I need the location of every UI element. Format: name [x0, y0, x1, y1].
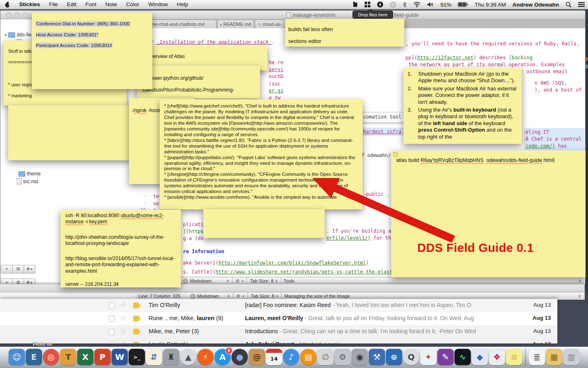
menu-clock[interactable]: Thu 9:39 AM — [471, 0, 509, 9]
tab-cloud-as[interactable]: ✕ cloud-as- — [255, 20, 285, 29]
sidebar-item-theme[interactable]: theme — [18, 171, 40, 177]
maps-documents-icon[interactable]: ✦ — [420, 349, 437, 365]
gutter-dot: · — [143, 193, 146, 199]
ibooks-icon[interactable]: ▤ — [300, 349, 316, 365]
virtualbox-icon[interactable]: ◆ — [472, 349, 488, 365]
mail-row[interactable]: ☆ Mike, me, Peter (3) Introductions - Gr… — [0, 325, 557, 339]
spotlight-icon[interactable] — [562, 0, 575, 9]
add-file-button[interactable]: + — [1, 265, 13, 274]
menu-window[interactable]: Window — [144, 0, 172, 9]
movie-projector-icon[interactable]: ◉ — [352, 349, 368, 365]
flash-status-icon[interactable] — [374, 0, 387, 9]
language-selector[interactable]: Markdown — [180, 278, 214, 284]
quicktime-icon[interactable]: Q — [403, 349, 419, 365]
wifi-icon[interactable] — [410, 0, 424, 9]
app-store-icon[interactable]: A9 — [214, 349, 231, 365]
volume-icon[interactable] — [424, 0, 437, 9]
sidebar-item-toc[interactable]: toc.md — [17, 178, 38, 184]
close-tab-icon[interactable]: ✕ — [258, 22, 261, 27]
menu-note[interactable]: Note — [101, 0, 122, 9]
menu-help[interactable]: Help — [172, 0, 193, 9]
spaces-grid-icon[interactable] — [361, 0, 374, 9]
menu-bar: Stickies File Edit Font Note Color Windo… — [0, 0, 588, 9]
lightning-icon[interactable]: ⚡ — [197, 349, 214, 365]
terminal-icon[interactable]: >_ — [129, 349, 145, 365]
star-icon[interactable]: ☆ — [120, 327, 127, 336]
photo-booth-icon[interactable]: ❖ — [489, 349, 505, 365]
network-lock-icon[interactable]: ⊕ — [386, 349, 402, 365]
minimize-window-button[interactable] — [14, 12, 20, 18]
trash-icon[interactable]: ▥ — [563, 349, 579, 365]
mail-row[interactable]: ☆ Rune .. me, Mike, lauren (9) Lauren, m… — [0, 312, 557, 325]
checkbox[interactable] — [109, 342, 115, 343]
activity-monitor-icon[interactable]: ∿ — [454, 349, 471, 365]
collapsed-note-icon[interactable] — [393, 152, 398, 157]
mail-row[interactable]: ☆ Laurie Petrycki July Safari Report - A… — [0, 338, 557, 343]
desktop-corner — [557, 299, 588, 347]
disclosure-icon[interactable]: ▾ — [4, 33, 7, 37]
tower-icon[interactable]: ♜ — [163, 349, 179, 365]
language-selector[interactable]: Markdown — [187, 294, 222, 299]
transfer-arrows-icon[interactable]: ⇵ — [146, 349, 162, 365]
add-folder-button[interactable]: ⊞ — [12, 265, 24, 274]
delivery-truck-icon[interactable]: T — [60, 349, 76, 365]
checkbox[interactable] — [109, 329, 115, 335]
scrollbar-arrows-icon[interactable]: ▲▼ — [579, 279, 581, 283]
star-icon[interactable]: ☆ — [120, 314, 127, 323]
itunes-icon[interactable]: ♪ — [283, 349, 299, 365]
bluetooth-icon[interactable] — [399, 0, 410, 9]
gear-menu-button[interactable]: ⚙▼ — [233, 278, 247, 284]
checkbox[interactable] — [109, 303, 115, 309]
sticky-note-macbook-steps[interactable]: 1.Shutdown your MacBook Air (go to the A… — [403, 68, 522, 144]
sticky-note-devops-tools[interactable]: * [chef](http://www.getchef.com/chef/). … — [160, 99, 363, 209]
sticky-note-nbviewer-link[interactable]: nbviewer.ipython.org/github/ DavidsonPil… — [137, 66, 260, 99]
rocket-icon[interactable]: ▲ — [180, 349, 196, 365]
postgres-icon[interactable]: E — [26, 349, 42, 365]
star-icon[interactable]: ☆ — [120, 301, 127, 310]
evernote-menu-icon[interactable] — [349, 0, 361, 9]
sticky-note-empty-middle[interactable] — [203, 209, 325, 238]
close-window-button[interactable] — [6, 12, 12, 18]
chrome-icon[interactable]: ◎ — [43, 349, 59, 365]
design-tool-icon[interactable]: ✎ — [437, 349, 454, 365]
tab-size-selector[interactable]: Tab Size: 8 ▲▼ — [247, 278, 280, 283]
tab-size-selector[interactable]: Tab Size: 8 ▲▼ — [248, 294, 281, 298]
sidebar-item-root[interactable]: ▾ dds-fie — [4, 32, 31, 38]
star-icon[interactable]: ☆ — [120, 340, 127, 343]
menu-color[interactable]: Color — [122, 0, 144, 9]
camera-icon[interactable]: ● — [232, 349, 248, 365]
excel-icon[interactable]: X — [77, 349, 94, 365]
menu-edit[interactable]: Edit — [62, 0, 81, 9]
contacts-icon[interactable]: @ — [249, 349, 265, 365]
mail-row[interactable]: ☆ Tim O'Reilly [radar] Foo nominee: Kasi… — [0, 299, 557, 312]
sticky-note-atlas-features[interactable]: builds fail less often sections editor c… — [285, 19, 404, 47]
gear-menu-button[interactable]: ⚙▼ — [233, 294, 247, 299]
notes-document-icon[interactable]: ≣ — [529, 349, 545, 365]
finder-icon[interactable]: ☺ — [9, 349, 25, 365]
scrollbar-arrows-icon[interactable]: ▲▼ — [579, 294, 581, 298]
action-gear-button[interactable]: ⚙▼ — [24, 265, 36, 274]
sticky-note-conference[interactable]: Conference Dial-in Number: (805) 360-100… — [32, 12, 152, 89]
system-preferences-icon[interactable]: ⚙ — [334, 349, 351, 365]
calendar-icon[interactable]: 14 — [266, 349, 282, 365]
blocked-app-icon[interactable]: ∅ — [317, 349, 334, 365]
package-icon[interactable]: ▦ — [546, 349, 562, 365]
section-heading: re Information — [183, 249, 224, 255]
checkbox[interactable] — [109, 316, 115, 322]
zoom-window-button[interactable] — [22, 12, 28, 18]
menu-file[interactable]: File — [45, 0, 62, 9]
powerpoint-icon[interactable]: P — [94, 349, 111, 365]
apple-menu[interactable] — [0, 1, 15, 8]
word-icon[interactable]: W — [111, 349, 128, 365]
app-menu-stickies[interactable]: Stickies — [15, 0, 45, 9]
user-menu[interactable]: Andrew Odewahn — [509, 0, 562, 9]
stickies-icon[interactable]: ≡ — [506, 349, 522, 365]
menu-font[interactable]: Font — [81, 0, 101, 9]
sticky-note-empty-left[interactable] — [8, 105, 131, 160]
xcode-icon[interactable]: ⚒ — [369, 349, 385, 365]
sticky-note-atlas-build[interactable]: atlas build R6ayYpRVqBzT8pMqbHNS odewahn… — [391, 150, 586, 277]
notification-center-icon[interactable] — [575, 0, 588, 9]
tab-readme[interactable]: ● README.md — [217, 20, 254, 29]
time-machine-icon[interactable] — [387, 0, 399, 9]
sticky-note-ssh-tunnels[interactable]: ssh -R 80:localhost:8080 ubuntu@some-ec2… — [60, 210, 181, 287]
